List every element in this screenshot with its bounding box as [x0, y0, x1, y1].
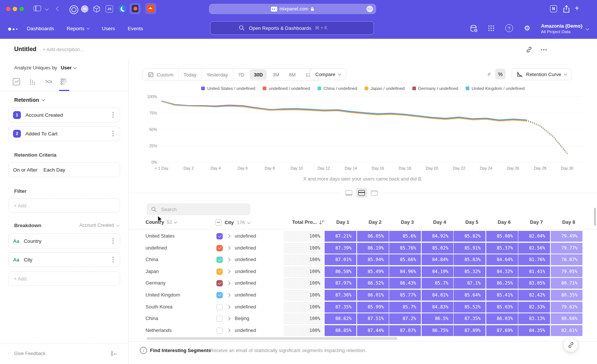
copy-link-icon[interactable]	[526, 46, 532, 53]
nav-link-users[interactable]: Users	[102, 26, 115, 31]
series-line-projected[interactable]	[526, 120, 567, 153]
table-row[interactable]: Japanundefined100%86.58%85.49%84.96%84.1…	[129, 266, 597, 278]
retention-cell[interactable]: 85.41%	[486, 290, 518, 301]
help-icon[interactable]: ?	[505, 24, 513, 32]
split-view-button[interactable]	[356, 188, 367, 198]
retention-cell[interactable]: 86.58%	[325, 266, 356, 277]
table-row[interactable]: undefinedundefined100%87.39%86.19%85.76%…	[129, 242, 597, 254]
kebab-menu-icon[interactable]	[112, 114, 114, 116]
extension-target-icon[interactable]	[69, 5, 78, 14]
retention-cell[interactable]: 87.35%	[325, 302, 356, 313]
retention-cell[interactable]: 86.5%	[422, 313, 453, 324]
retention-cell[interactable]: 85.76%	[389, 243, 421, 254]
url-more-icon[interactable]	[366, 6, 373, 12]
range-custom[interactable]: Custom	[143, 69, 179, 81]
add-description[interactable]: + Add description...	[43, 47, 84, 52]
more-options-icon[interactable]	[541, 49, 542, 50]
tab-funnels[interactable]	[28, 78, 38, 87]
expand-row-icon[interactable]	[227, 294, 230, 297]
absolute-numbers-toggle[interactable]: #	[484, 69, 494, 79]
table-row[interactable]: South Koreaundefined100%87.35%85.99%85.7…	[129, 301, 597, 313]
retention-cell[interactable]: 87.51%	[357, 313, 389, 324]
legend-item[interactable]: undefined / undefined	[263, 86, 310, 91]
retention-cell[interactable]: 85.7%	[422, 278, 453, 289]
chart-type-selector[interactable]: Retention Curve	[512, 68, 572, 80]
retention-cell[interactable]: 87.36%	[325, 290, 356, 301]
percent-toggle[interactable]: %	[495, 69, 506, 79]
table-only-view-button[interactable]	[369, 188, 380, 198]
minimize-window-button[interactable]	[13, 7, 17, 11]
collapse-sidebar-icon[interactable]: |←	[111, 350, 118, 356]
retention-cell[interactable]: 82.33%	[518, 302, 550, 313]
retention-cell[interactable]: 78.87%	[551, 254, 582, 265]
retention-cell[interactable]: 84.64%	[486, 254, 518, 265]
share-link-fab[interactable]	[563, 338, 578, 352]
apps-grid-icon[interactable]	[487, 24, 496, 32]
give-feedback-link[interactable]: Give Feedback	[14, 351, 46, 356]
row-checkbox[interactable]	[216, 292, 223, 298]
retention-cell[interactable]: 85.77%	[389, 290, 421, 301]
retention-cell[interactable]: 80.68%	[551, 313, 582, 324]
retention-cell[interactable]: 84.83%	[422, 302, 453, 313]
horizontal-scrollbar[interactable]	[147, 337, 397, 340]
expand-row-icon[interactable]	[227, 317, 230, 320]
retention-cell[interactable]: 79.49%	[551, 231, 582, 242]
retention-cell[interactable]: 84.92%	[422, 231, 453, 242]
row-checkbox[interactable]	[216, 304, 223, 310]
retention-cell[interactable]: 84.96%	[389, 266, 421, 277]
range-30d[interactable]: 30D	[250, 69, 267, 80]
extension-logseq-pill[interactable]	[129, 3, 141, 14]
nav-link-reports[interactable]: Reports	[67, 26, 89, 31]
kebab-menu-icon[interactable]	[112, 133, 114, 134]
retention-cell[interactable]: 86.52%	[357, 278, 389, 289]
retention-section-header[interactable]: Retention	[14, 97, 119, 103]
retention-cell[interactable]: 80.35%	[551, 290, 582, 301]
retention-cell[interactable]: 85.32%	[454, 266, 485, 277]
retention-cell[interactable]: 86.43%	[389, 278, 421, 289]
retention-cell[interactable]: 83.05%	[518, 278, 550, 289]
table-row[interactable]: Netherlandsundefined100%88.85%87.44%87.0…	[129, 325, 597, 337]
expand-row-icon[interactable]	[227, 270, 230, 273]
find-segments-title[interactable]: Find Interesting Segments	[150, 348, 211, 353]
analyze-uniques-row[interactable]: Analyze Uniques by User	[14, 65, 76, 70]
day-column-header[interactable]: Day 5	[454, 219, 486, 225]
url-bar[interactable]: mixpanel.com	[209, 4, 376, 14]
breakdown-card-country[interactable]: Aa Country	[8, 233, 120, 248]
select-all-checkbox[interactable]	[215, 219, 222, 226]
filter-add-button[interactable]: + Add	[8, 198, 120, 213]
breakdown-card-city[interactable]: Aa City	[8, 252, 120, 267]
retention-cell[interactable]: 82.04%	[518, 231, 550, 242]
step-card-1[interactable]: 1 Account Created	[8, 107, 120, 122]
extension-soundcloud-pill[interactable]: ☁	[145, 3, 156, 14]
range-3m[interactable]: 3M	[268, 69, 284, 81]
retention-cell[interactable]: 87.39%	[325, 243, 356, 254]
day-column-header[interactable]: Day 4	[422, 219, 454, 225]
retention-cell[interactable]: 83.13%	[518, 313, 550, 324]
row-checkbox[interactable]	[216, 233, 223, 239]
browser-sidebar-icon[interactable]	[34, 6, 41, 11]
retention-cell[interactable]: 79.05%	[551, 266, 582, 277]
series-line-projected[interactable]	[526, 120, 567, 153]
retention-chart-canvas[interactable]	[159, 94, 582, 165]
retention-cell[interactable]: 84.84%	[422, 254, 453, 265]
series-line-projected[interactable]	[526, 120, 567, 154]
tab-retention[interactable]	[60, 78, 69, 87]
retention-cell[interactable]: 84.35%	[518, 325, 550, 336]
notion-icon[interactable]: N	[550, 5, 557, 12]
retention-cell[interactable]: 85.37%	[486, 243, 518, 254]
retention-cell[interactable]: 88.85%	[325, 325, 356, 336]
back-icon[interactable]	[56, 6, 61, 11]
retention-cell[interactable]: 85.94%	[357, 254, 389, 265]
range-yesterday[interactable]: Yesterday	[202, 69, 233, 81]
report-title[interactable]: Untitled	[14, 46, 37, 53]
legend-item[interactable]: China / undefined	[318, 86, 357, 91]
series-line-projected[interactable]	[526, 121, 567, 154]
extension-bird-icon[interactable]	[118, 5, 126, 13]
day-column-header[interactable]: Day 8	[551, 219, 583, 225]
retention-cell[interactable]: 85.91%	[454, 243, 485, 254]
retention-cell[interactable]: 82.42%	[518, 290, 550, 301]
retention-cell[interactable]: 86.01%	[357, 290, 389, 301]
retention-cell[interactable]: 85.49%	[357, 266, 389, 277]
retention-cell[interactable]: 86.05%	[357, 231, 389, 242]
row-checkbox[interactable]	[216, 280, 223, 286]
